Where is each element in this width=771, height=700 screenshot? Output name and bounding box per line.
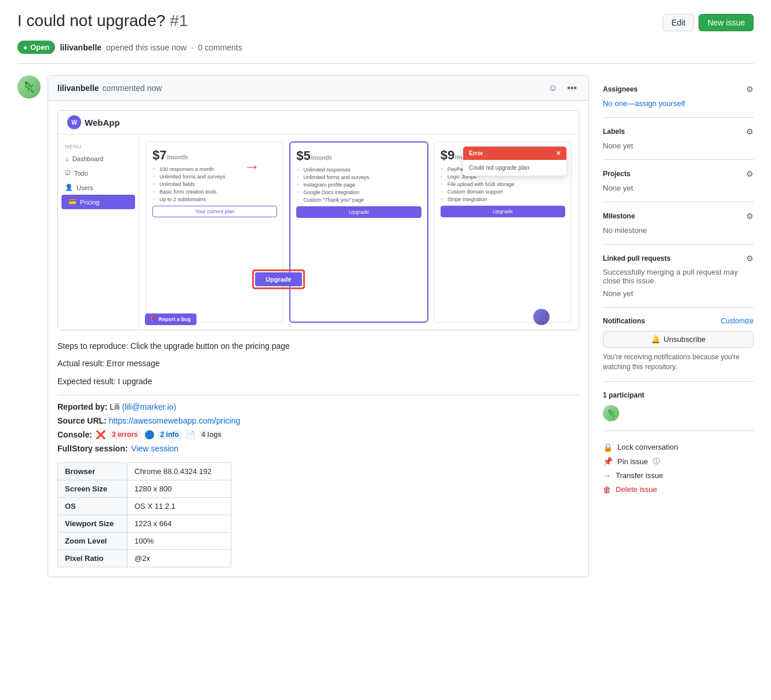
error-modal-body: Could not upgrade plan	[463, 160, 566, 176]
table-cell-value: 1223 x 664	[128, 515, 231, 533]
table-cell-label: Viewport Size	[58, 515, 128, 533]
upgrade-btn-mock: Upgrade	[255, 272, 302, 286]
pin-icon: 📌	[603, 457, 613, 466]
author-link[interactable]: lilivanbelle	[60, 43, 101, 52]
new-issue-button[interactable]: New issue	[699, 14, 754, 31]
labels-header: Labels ⚙	[603, 127, 754, 136]
avatar: 🦎	[17, 75, 41, 99]
pin-info-icon: ⓘ	[653, 457, 660, 466]
report-bug-btn[interactable]: 🚩 Report a bug	[145, 313, 197, 325]
lock-icon: 🔒	[603, 443, 613, 452]
assignees-title: Assignees	[603, 85, 638, 93]
comment-body: W WebApp MENU	[48, 101, 588, 577]
milestone-value: No milestone	[603, 226, 647, 235]
reported-by-row: Reported by: Lili (lili@marker.io)	[57, 402, 579, 411]
table-row: OSOS X 11.2.1	[58, 498, 231, 515]
error-modal: Error ✕ Could not upgrade plan	[463, 146, 567, 176]
webapp-nav-todo: ☑ Todo	[58, 166, 139, 180]
lock-label: Lock conversation	[617, 443, 678, 451]
error-emoji: ❌	[96, 430, 106, 439]
table-row: Pixel Ratio@2x	[58, 550, 231, 567]
comment-header-right: ☺ •••	[546, 82, 579, 94]
lock-conversation-link[interactable]: 🔒 Lock conversation	[603, 440, 754, 454]
error-close-icon[interactable]: ✕	[556, 150, 561, 156]
actual-text: Actual result: Error message	[57, 357, 579, 370]
reported-label: Reported by:	[57, 402, 107, 411]
source-label: Source URL:	[57, 416, 107, 425]
unsubscribe-button[interactable]: 🔔 Unsubscribe	[603, 331, 754, 348]
upgrade-btn-highlighted[interactable]: Upgrade	[296, 206, 421, 218]
content-area: 🦎 lilivanbelle commented now ☺	[17, 75, 589, 577]
logs-badge[interactable]: 4 logs	[199, 430, 225, 439]
delete-issue-link[interactable]: 🗑 Delete issue	[603, 483, 754, 497]
issue-number: #1	[170, 12, 188, 30]
milestone-header: Milestone ⚙	[603, 212, 754, 221]
header-divider	[17, 63, 754, 64]
table-row: Viewport Size1223 x 664	[58, 515, 231, 533]
linked-prs-title: Linked pull requests	[603, 254, 671, 262]
error-title: Error	[469, 150, 483, 156]
table-cell-label: Screen Size	[58, 480, 128, 498]
fullstory-label: FullStory session:	[57, 444, 128, 453]
user-avatar-mock	[533, 309, 550, 325]
errors-badge[interactable]: 3 errors	[109, 430, 141, 439]
projects-value: None yet	[603, 184, 633, 192]
table-row: BrowserChrome 88.0.4324.192	[58, 463, 231, 480]
comments-count: 0 comments	[198, 43, 242, 52]
webapp-nav-dashboard: ⌂ Dashboard	[58, 152, 139, 166]
error-modal-header: Error ✕	[463, 147, 566, 160]
milestone-section: Milestone ⚙ No milestone	[603, 202, 754, 245]
labels-gear-button[interactable]: ⚙	[746, 127, 754, 136]
comment-card: lilivanbelle commented now ☺ •••	[48, 75, 589, 577]
steps-text: Steps to reproduce: Click the upgrade bu…	[57, 340, 579, 352]
unsubscribe-label: Unsubscribe	[664, 335, 705, 344]
projects-header: Projects ⚙	[603, 169, 754, 178]
header-actions: Edit New issue	[663, 14, 754, 31]
linked-prs-description: Successfully merging a pull request may …	[603, 268, 754, 285]
projects-section: Projects ⚙ None yet	[603, 160, 754, 202]
assignees-gear-button[interactable]: ⚙	[746, 85, 754, 94]
webapp-menu-label: MENU	[58, 141, 139, 152]
info-badge[interactable]: 2 info	[158, 430, 182, 439]
view-session-link[interactable]: View session	[131, 444, 178, 453]
upgrade-btn-3[interactable]: Upgrade	[441, 206, 565, 217]
comment-author[interactable]: lilivanbelle	[57, 83, 99, 93]
reported-name: Lili	[110, 402, 119, 411]
console-label: Console:	[57, 430, 92, 439]
notifications-section: Notifications Customize 🔔 Unsubscribe Yo…	[603, 308, 754, 382]
labels-value: None yet	[603, 141, 633, 150]
logs-emoji: 📄	[186, 430, 195, 439]
arrow-icon: →	[243, 158, 260, 176]
separator: ·	[191, 43, 194, 52]
participants-title: 1 participant	[603, 391, 754, 399]
customize-link[interactable]: Customize	[721, 317, 754, 325]
more-options-button[interactable]: •••	[565, 82, 579, 94]
comment-divider	[57, 395, 579, 395]
expected-text: Expected result: I upgrade	[57, 375, 579, 388]
table-row: Screen Size1280 x 800	[58, 480, 231, 498]
participants-section: 1 participant 🦎	[603, 382, 754, 431]
milestone-title: Milestone	[603, 212, 635, 220]
table-row: Zoom Level100%	[58, 533, 231, 550]
reported-email-link[interactable]: (lili@marker.io)	[122, 402, 176, 411]
webapp-nav-pricing: 💳 Pricing	[61, 195, 135, 209]
pin-issue-link[interactable]: 📌 Pin issue ⓘ	[603, 454, 754, 469]
comment-header: lilivanbelle commented now ☺ •••	[48, 76, 588, 101]
projects-gear-button[interactable]: ⚙	[746, 169, 754, 178]
transfer-issue-link[interactable]: → Transfer issue	[603, 469, 754, 483]
assign-yourself-link[interactable]: No one—assign yourself	[603, 99, 685, 108]
labels-section: Labels ⚙ None yet	[603, 118, 754, 160]
comment-wrapper: 🦎 lilivanbelle commented now ☺	[17, 75, 589, 577]
edit-button[interactable]: Edit	[663, 14, 694, 31]
projects-title: Projects	[603, 170, 630, 178]
source-url-link[interactable]: https://awesomewebapp.com/pricing	[109, 416, 240, 425]
emoji-button[interactable]: ☺	[546, 82, 560, 94]
error-message: Could not upgrade plan	[469, 165, 529, 171]
milestone-gear-button[interactable]: ⚙	[746, 212, 754, 221]
console-row: Console: ❌ 3 errors 🔵 2 info 📄 4 logs	[57, 430, 579, 439]
issue-header: I could not upgrade? #1 Edit New issue	[17, 12, 754, 31]
webapp-topbar: W WebApp	[58, 111, 579, 134]
open-icon: ●	[23, 43, 27, 52]
linked-prs-gear-button[interactable]: ⚙	[746, 254, 754, 263]
notifications-header: Notifications Customize	[603, 317, 754, 325]
